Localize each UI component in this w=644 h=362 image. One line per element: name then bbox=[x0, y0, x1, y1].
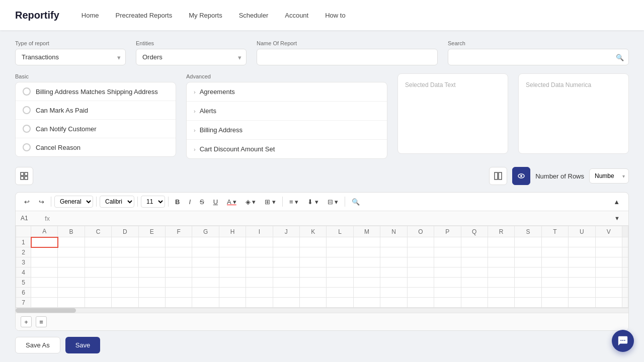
cell-T3[interactable] bbox=[541, 257, 568, 267]
cell-F5[interactable] bbox=[166, 278, 192, 288]
cell-A4[interactable] bbox=[31, 267, 58, 278]
cell-V6[interactable] bbox=[595, 288, 622, 298]
cell-V4[interactable] bbox=[595, 267, 622, 278]
cell-S3[interactable] bbox=[515, 257, 541, 267]
cell-G1[interactable] bbox=[192, 237, 219, 247]
cell-J2[interactable] bbox=[273, 247, 299, 257]
cell-A5[interactable] bbox=[31, 278, 58, 288]
cell-E7[interactable] bbox=[138, 298, 165, 308]
cell-V3[interactable] bbox=[595, 257, 622, 267]
advanced-item-cart-discount[interactable]: › Cart Discount Amount Set bbox=[187, 140, 387, 158]
basic-item-can-mark-as-paid[interactable]: Can Mark As Paid bbox=[16, 101, 176, 120]
format-select[interactable]: General bbox=[54, 196, 93, 208]
cell-B1[interactable] bbox=[58, 237, 85, 247]
cell-P6[interactable] bbox=[434, 288, 461, 298]
cell-Q5[interactable] bbox=[461, 278, 488, 288]
search-button[interactable]: 🔍 bbox=[348, 196, 363, 208]
col-header-l[interactable]: L bbox=[327, 226, 353, 237]
cell-A2[interactable] bbox=[31, 247, 58, 257]
cell-E3[interactable] bbox=[138, 257, 165, 267]
cell-R1[interactable] bbox=[488, 237, 514, 247]
rows-select[interactable]: Numbe 10 25 50 100 bbox=[589, 168, 629, 184]
name-of-report-input[interactable] bbox=[257, 49, 438, 65]
advanced-item-billing-address[interactable]: › Billing Address bbox=[187, 121, 387, 140]
col-header-r[interactable]: R bbox=[488, 226, 514, 237]
cell-O3[interactable] bbox=[407, 257, 434, 267]
cell-K7[interactable] bbox=[300, 298, 327, 308]
other-button[interactable]: ⊟ ▾ bbox=[324, 196, 342, 208]
col-header-c[interactable]: C bbox=[85, 226, 111, 237]
col-header-a[interactable]: A bbox=[31, 226, 58, 237]
cell-K1[interactable] bbox=[300, 237, 327, 247]
cell-O2[interactable] bbox=[407, 247, 434, 257]
columns-icon-button[interactable] bbox=[489, 167, 507, 185]
cell-Q3[interactable] bbox=[461, 257, 488, 267]
entities-select[interactable]: Orders bbox=[136, 49, 247, 65]
cell-P4[interactable] bbox=[434, 267, 461, 278]
cell-B3[interactable] bbox=[58, 257, 85, 267]
cell-R4[interactable] bbox=[488, 267, 514, 278]
col-header-o[interactable]: O bbox=[407, 226, 434, 237]
cell-V2[interactable] bbox=[595, 247, 622, 257]
cell-Q7[interactable] bbox=[461, 298, 488, 308]
cell-C4[interactable] bbox=[85, 267, 111, 278]
cell-G3[interactable] bbox=[192, 257, 219, 267]
cell-L7[interactable] bbox=[327, 298, 353, 308]
cell-D6[interactable] bbox=[112, 288, 138, 298]
cell-B7[interactable] bbox=[58, 298, 85, 308]
cell-I3[interactable] bbox=[246, 257, 273, 267]
col-header-q[interactable]: Q bbox=[461, 226, 488, 237]
advanced-item-alerts[interactable]: › Alerts bbox=[187, 102, 387, 121]
col-header-b[interactable]: B bbox=[58, 226, 85, 237]
cell-E2[interactable] bbox=[138, 247, 165, 257]
cell-R6[interactable] bbox=[488, 288, 514, 298]
cell-L2[interactable] bbox=[327, 247, 353, 257]
cell-T1[interactable] bbox=[541, 237, 568, 247]
nav-precreated-reports[interactable]: Precreated Reports bbox=[108, 8, 179, 23]
cell-L5[interactable] bbox=[327, 278, 353, 288]
add-sheet-button[interactable]: + bbox=[21, 316, 32, 327]
nav-account[interactable]: Account bbox=[278, 8, 315, 23]
italic-button[interactable]: I bbox=[185, 196, 194, 208]
cell-M7[interactable] bbox=[353, 298, 380, 308]
cell-E6[interactable] bbox=[138, 288, 165, 298]
cell-J5[interactable] bbox=[273, 278, 299, 288]
cell-O4[interactable] bbox=[407, 267, 434, 278]
cell-E5[interactable] bbox=[138, 278, 165, 288]
eye-button[interactable] bbox=[512, 167, 530, 185]
cell-R3[interactable] bbox=[488, 257, 514, 267]
cell-C1[interactable] bbox=[85, 237, 111, 247]
cell-J4[interactable] bbox=[273, 267, 299, 278]
cell-F6[interactable] bbox=[166, 288, 192, 298]
undo-button[interactable]: ↩ bbox=[21, 196, 33, 208]
nav-how-to[interactable]: How to bbox=[318, 8, 352, 23]
cell-I7[interactable] bbox=[246, 298, 273, 308]
save-as-button[interactable]: Save As bbox=[15, 337, 60, 353]
cell-B6[interactable] bbox=[58, 288, 85, 298]
col-header-j[interactable]: J bbox=[273, 226, 299, 237]
bold-button[interactable]: B bbox=[172, 196, 183, 208]
cell-H7[interactable] bbox=[219, 298, 246, 308]
cell-K5[interactable] bbox=[300, 278, 327, 288]
col-header-e[interactable]: E bbox=[138, 226, 165, 237]
cell-G5[interactable] bbox=[192, 278, 219, 288]
cell-R7[interactable] bbox=[488, 298, 514, 308]
cell-I2[interactable] bbox=[246, 247, 273, 257]
cell-J1[interactable] bbox=[273, 237, 299, 247]
cell-S1[interactable] bbox=[515, 237, 541, 247]
cell-U1[interactable] bbox=[569, 237, 595, 247]
font-size-select[interactable]: 11 bbox=[141, 196, 165, 208]
cell-N7[interactable] bbox=[380, 298, 407, 308]
cell-F7[interactable] bbox=[166, 298, 192, 308]
cell-H1[interactable] bbox=[219, 237, 246, 247]
font-color-button[interactable]: A ▾ bbox=[223, 196, 240, 208]
cell-L1[interactable] bbox=[327, 237, 353, 247]
cell-U5[interactable] bbox=[569, 278, 595, 288]
cell-S2[interactable] bbox=[515, 247, 541, 257]
cell-S5[interactable] bbox=[515, 278, 541, 288]
cell-S4[interactable] bbox=[515, 267, 541, 278]
cell-O1[interactable] bbox=[407, 237, 434, 247]
cell-I1[interactable] bbox=[246, 237, 273, 247]
search-input[interactable] bbox=[448, 49, 629, 65]
cell-D3[interactable] bbox=[112, 257, 138, 267]
